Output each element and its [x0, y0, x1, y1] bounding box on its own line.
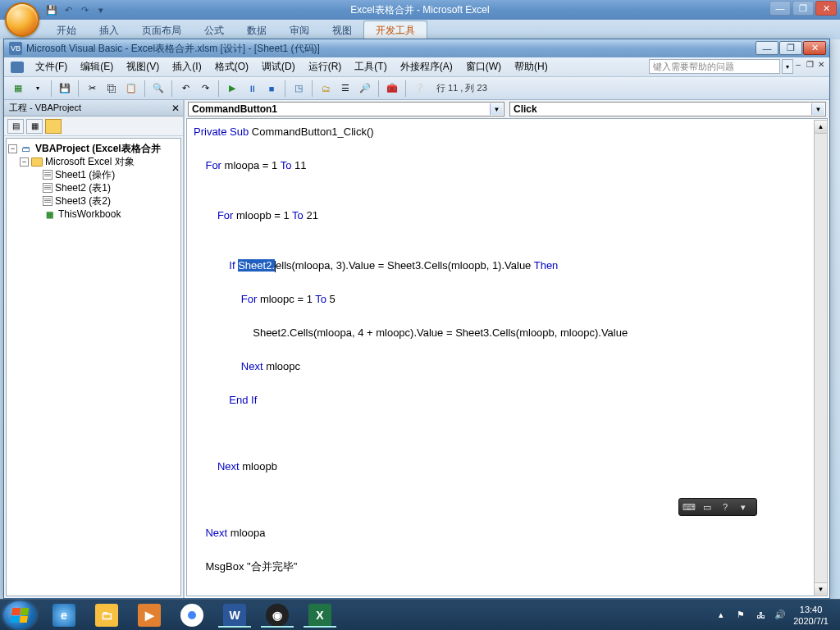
- excel-minimize-button[interactable]: —: [769, 1, 791, 16]
- toolbox-icon[interactable]: 🧰: [383, 80, 401, 98]
- tree-collapse-icon[interactable]: −: [20, 158, 29, 167]
- view-excel-icon[interactable]: ▦: [9, 80, 27, 98]
- ribbon-tab-layout[interactable]: 页面布局: [130, 21, 193, 39]
- copy-icon[interactable]: ⿻: [103, 80, 121, 98]
- object-browser-icon[interactable]: 🔎: [356, 80, 374, 98]
- ime-options-icon[interactable]: ▾: [737, 500, 750, 514]
- help-icon[interactable]: ❔: [410, 80, 428, 98]
- undo-icon[interactable]: ↶: [62, 3, 75, 16]
- scroll-up-icon[interactable]: ▲: [815, 121, 827, 134]
- taskbar-word[interactable]: W: [215, 602, 254, 628]
- project-icon: 🗃: [20, 143, 33, 154]
- chevron-down-icon[interactable]: ▼: [811, 103, 824, 115]
- menu-edit[interactable]: 编辑(E): [74, 57, 120, 76]
- menu-view[interactable]: 视图(V): [120, 57, 166, 76]
- tree-item-sheet3[interactable]: Sheet3 (表2): [8, 194, 179, 208]
- ribbon-tab-data[interactable]: 数据: [235, 21, 278, 39]
- vba-restore-button[interactable]: ❐: [779, 41, 802, 55]
- tree-project-root[interactable]: − 🗃 VBAProject (Excel表格合并: [8, 142, 179, 155]
- project-explorer-icon[interactable]: 🗂: [317, 80, 335, 98]
- vba-system-menu-icon[interactable]: [11, 62, 24, 73]
- mdi-minimize[interactable]: –: [793, 60, 803, 69]
- help-search-input[interactable]: 键入需要帮助的问题: [649, 59, 780, 74]
- start-button[interactable]: [3, 601, 36, 629]
- chevron-down-icon[interactable]: ▼: [490, 103, 503, 115]
- ribbon-tab-developer[interactable]: 开发工具: [363, 21, 427, 39]
- toggle-folders-icon[interactable]: [45, 119, 62, 134]
- qat-dropdown-icon[interactable]: ▾: [94, 3, 107, 16]
- vba-menubar: 文件(F) 编辑(E) 视图(V) 插入(I) 格式(O) 调试(D) 运行(R…: [4, 57, 829, 77]
- break-icon[interactable]: ⏸: [243, 80, 261, 98]
- taskbar-explorer[interactable]: 🗀: [87, 602, 126, 628]
- vba-minimize-button[interactable]: —: [756, 41, 778, 55]
- redo-icon[interactable]: ↷: [78, 3, 91, 16]
- excel-restore-button[interactable]: ❐: [792, 1, 814, 16]
- object-dropdown[interactable]: CommandButton1 ▼: [188, 102, 504, 116]
- menu-run[interactable]: 运行(R): [302, 57, 349, 76]
- menu-window[interactable]: 窗口(W): [459, 57, 508, 76]
- paste-icon[interactable]: 📋: [122, 80, 140, 98]
- menu-format[interactable]: 格式(O): [208, 57, 255, 76]
- windows-logo-icon: [11, 608, 30, 623]
- taskbar-media[interactable]: ▶: [130, 602, 169, 628]
- ribbon-tab-insert[interactable]: 插入: [88, 21, 130, 39]
- menu-debug[interactable]: 调试(D): [255, 57, 302, 76]
- redo-icon[interactable]: ↷: [196, 80, 214, 98]
- menu-tools[interactable]: 工具(T): [348, 57, 393, 76]
- tray-volume-icon[interactable]: 🔊: [774, 609, 787, 622]
- tree-folder-excel-objects[interactable]: − Microsoft Excel 对象: [8, 155, 179, 168]
- ime-keyboard-icon[interactable]: ⌨: [682, 500, 696, 514]
- menu-file[interactable]: 文件(F): [29, 57, 74, 76]
- tray-network-icon[interactable]: 🖧: [754, 609, 767, 622]
- taskbar-chrome[interactable]: [172, 602, 212, 628]
- code-editor[interactable]: Private Sub CommandButton1_Click() For m…: [186, 118, 828, 596]
- ime-toolbar[interactable]: ⌨ ▭ ? ▾: [678, 498, 757, 516]
- ribbon-tab-review[interactable]: 审阅: [278, 21, 321, 39]
- taskbar-clock[interactable]: 13:40 2020/7/1: [793, 604, 829, 627]
- tray-flag-icon[interactable]: ⚑: [734, 609, 747, 622]
- save-icon[interactable]: 💾: [45, 3, 58, 16]
- taskbar-excel[interactable]: X: [300, 602, 340, 628]
- help-search-dropdown[interactable]: ▾: [782, 59, 793, 74]
- menu-insert[interactable]: 插入(I): [166, 57, 208, 76]
- save-icon[interactable]: 💾: [56, 80, 74, 98]
- ime-input-icon[interactable]: ▭: [701, 500, 714, 514]
- scroll-down-icon[interactable]: ▼: [815, 582, 827, 596]
- tree-item-sheet1[interactable]: Sheet1 (操作): [8, 168, 179, 181]
- ime-help-icon[interactable]: ?: [719, 500, 732, 514]
- undo-icon[interactable]: ↶: [176, 80, 194, 98]
- view-code-icon[interactable]: ▤: [7, 119, 24, 134]
- excel-close-button[interactable]: ✕: [815, 1, 837, 16]
- tree-item-sheet2[interactable]: Sheet2 (表1): [8, 181, 179, 194]
- cut-icon[interactable]: ✂: [83, 80, 101, 98]
- tree-collapse-icon[interactable]: −: [8, 144, 17, 153]
- taskbar-obs[interactable]: ◉: [258, 602, 297, 628]
- vertical-scrollbar[interactable]: ▲ ▼: [814, 120, 828, 596]
- mdi-close[interactable]: ✕: [816, 60, 826, 69]
- system-tray: ▴ ⚑ 🖧 🔊 13:40 2020/7/1: [714, 604, 837, 627]
- office-button[interactable]: [5, 2, 39, 37]
- mdi-controls: – ❐ ✕: [793, 60, 826, 69]
- mdi-restore[interactable]: ❐: [805, 60, 815, 69]
- run-icon[interactable]: ▶: [223, 80, 241, 98]
- procedure-dropdown[interactable]: Click ▼: [509, 102, 826, 116]
- taskbar-ie[interactable]: e: [44, 602, 84, 628]
- reset-icon[interactable]: ■: [262, 80, 281, 98]
- tree-item-thisworkbook[interactable]: ▦ ThisWorkbook: [8, 208, 179, 221]
- project-tree[interactable]: − 🗃 VBAProject (Excel表格合并 − Microsoft Ex…: [6, 138, 181, 596]
- insert-module-dropdown-icon[interactable]: ▾: [29, 80, 47, 98]
- ribbon-tab-view[interactable]: 视图: [321, 21, 363, 39]
- find-icon[interactable]: 🔍: [149, 80, 167, 98]
- project-pane-close[interactable]: ✕: [171, 103, 180, 114]
- ribbon-tab-formulas[interactable]: 公式: [193, 21, 235, 39]
- tray-expand-icon[interactable]: ▴: [714, 609, 728, 622]
- design-mode-icon[interactable]: ◳: [290, 80, 308, 98]
- excel-ribbon-tabs: 开始 插入 页面布局 公式 数据 审阅 视图 开发工具: [0, 20, 840, 39]
- ribbon-tab-home[interactable]: 开始: [45, 21, 88, 39]
- menu-addins[interactable]: 外接程序(A): [394, 57, 459, 76]
- menu-help[interactable]: 帮助(H): [508, 57, 555, 76]
- properties-icon[interactable]: ☰: [336, 80, 354, 98]
- view-object-icon[interactable]: ▦: [26, 119, 43, 134]
- toolbar-separator: [312, 80, 313, 97]
- vba-close-button[interactable]: ✕: [803, 41, 826, 55]
